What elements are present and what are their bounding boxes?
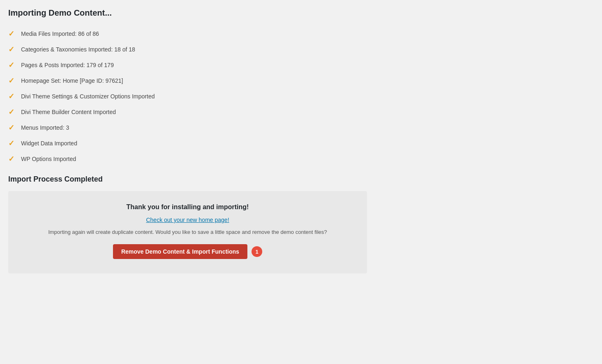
checklist-item-text-categories-taxonomies: Categories & Taxonomies Imported: 18 of …	[21, 46, 135, 53]
checklist-item-text-media-files: Media Files Imported: 86 of 86	[21, 30, 99, 37]
check-icon-wp-options: ✓	[8, 155, 14, 163]
check-icon-widget-data: ✓	[8, 140, 14, 147]
checklist-item-homepage-set: ✓Homepage Set: Home [Page ID: 97621]	[8, 73, 594, 89]
check-icon-menus: ✓	[8, 124, 14, 131]
checklist-item-pages-posts: ✓Pages & Posts Imported: 179 of 179	[8, 57, 594, 73]
checklist-item-text-pages-posts: Pages & Posts Imported: 179 of 179	[21, 62, 114, 68]
badge-count: 1	[252, 246, 262, 257]
checklist-item-text-divi-theme-settings: Divi Theme Settings & Customizer Options…	[21, 93, 155, 100]
checklist-item-categories-taxonomies: ✓Categories & Taxonomies Imported: 18 of…	[8, 42, 594, 57]
check-icon-categories-taxonomies: ✓	[8, 46, 14, 53]
duplicate-notice: Importing again will create duplicate co…	[16, 229, 359, 235]
thank-you-message: Thank you for installing and importing!	[16, 203, 359, 211]
section-title: Import Process Completed	[8, 175, 594, 184]
checklist-item-wp-options: ✓WP Options Imported	[8, 151, 594, 167]
page-title: Importing Demo Content...	[8, 8, 594, 18]
checklist-item-text-divi-builder-content: Divi Theme Builder Content Imported	[21, 109, 116, 115]
checklist-item-text-menus: Menus Imported: 3	[21, 124, 69, 131]
home-page-link[interactable]: Check out your new home page!	[16, 217, 359, 223]
checklist-item-text-homepage-set: Homepage Set: Home [Page ID: 97621]	[21, 77, 123, 84]
check-icon-divi-theme-settings: ✓	[8, 93, 14, 100]
checklist-item-text-wp-options: WP Options Imported	[21, 156, 76, 162]
remove-demo-content-button[interactable]: Remove Demo Content & Import Functions	[113, 244, 247, 259]
completion-box: Thank you for installing and importing! …	[8, 191, 367, 273]
check-icon-media-files: ✓	[8, 30, 14, 37]
remove-btn-wrapper: Remove Demo Content & Import Functions 1	[16, 244, 359, 259]
check-icon-divi-builder-content: ✓	[8, 108, 14, 116]
check-icon-homepage-set: ✓	[8, 77, 14, 84]
import-checklist: ✓Media Files Imported: 86 of 86✓Categori…	[8, 26, 594, 167]
checklist-item-widget-data: ✓Widget Data Imported	[8, 135, 594, 151]
checklist-item-divi-builder-content: ✓Divi Theme Builder Content Imported	[8, 104, 594, 120]
checklist-item-media-files: ✓Media Files Imported: 86 of 86	[8, 26, 594, 42]
check-icon-pages-posts: ✓	[8, 61, 14, 69]
checklist-item-menus: ✓Menus Imported: 3	[8, 120, 594, 135]
checklist-item-divi-theme-settings: ✓Divi Theme Settings & Customizer Option…	[8, 89, 594, 104]
checklist-item-text-widget-data: Widget Data Imported	[21, 140, 77, 147]
